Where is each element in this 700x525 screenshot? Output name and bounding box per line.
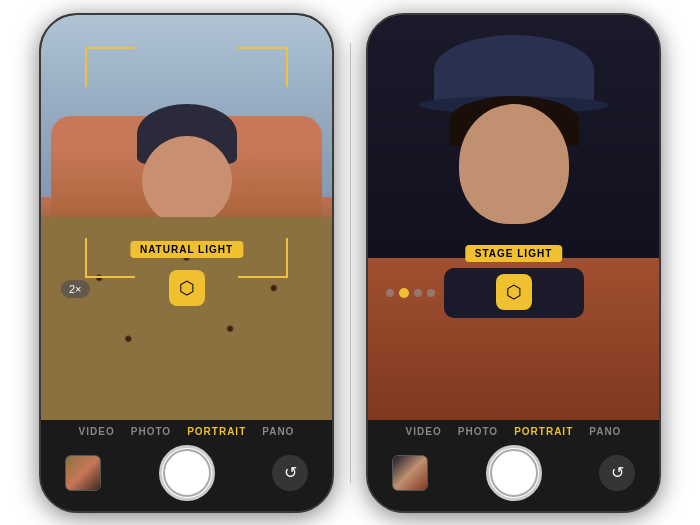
shutter-button-phone1[interactable] <box>159 445 215 501</box>
mode-video-p2[interactable]: VIDEO <box>406 426 442 437</box>
focus-bracket-top-right <box>238 47 288 87</box>
flip-camera-button-phone2[interactable]: ↺ <box>599 455 635 491</box>
stage-light-label[interactable]: STAGE LIGHT <box>465 245 562 262</box>
phone2-viewfinder[interactable]: STAGE LIGHT ⬡ <box>368 15 659 420</box>
zoom-indicator[interactable]: 2× <box>61 280 90 298</box>
phone2-mode-selector: VIDEO PHOTO PORTRAIT PANO <box>368 426 659 437</box>
rotate-icon-p2: ↺ <box>611 463 624 482</box>
phone2-shutter-row: ↺ <box>368 445 659 501</box>
shutter-inner <box>163 449 211 497</box>
mode-photo-p2[interactable]: PHOTO <box>458 426 498 437</box>
phone1-viewfinder[interactable]: NATURAL LIGHT ⬡ 2× <box>41 15 332 420</box>
photo-thumbnail-phone1[interactable] <box>65 455 101 491</box>
focus-bracket-top-left <box>85 47 135 87</box>
mode-pano[interactable]: PANO <box>262 426 294 437</box>
phone2-inner: STAGE LIGHT ⬡ VIDEO PHOTO PO <box>368 15 659 511</box>
flip-camera-button-phone1[interactable]: ↺ <box>272 455 308 491</box>
cube-icon-phone2: ⬡ <box>506 281 522 303</box>
natural-light-label[interactable]: NATURAL LIGHT <box>130 241 243 258</box>
lighting-mode-icon-phone2[interactable]: ⬡ <box>496 274 532 310</box>
phone-divider <box>346 13 354 513</box>
face-phone2 <box>459 104 569 224</box>
mode-video[interactable]: VIDEO <box>79 426 115 437</box>
lighting-dot-4[interactable] <box>427 289 435 297</box>
focus-bracket-bottom-left <box>85 238 135 278</box>
phone1-mode-selector: VIDEO PHOTO PORTRAIT PANO <box>41 426 332 437</box>
lighting-dot-3[interactable] <box>414 289 422 297</box>
phones-container: NATURAL LIGHT ⬡ 2× VIDEO PHOTO PORTRAIT … <box>29 3 671 523</box>
lighting-dot-1[interactable] <box>386 289 394 297</box>
shutter-button-phone2[interactable] <box>486 445 542 501</box>
lighting-mode-icon[interactable]: ⬡ <box>169 270 205 306</box>
divider-line <box>350 43 351 483</box>
face-phone1 <box>142 136 232 226</box>
phone2-camera-controls: VIDEO PHOTO PORTRAIT PANO ↺ <box>368 420 659 511</box>
rotate-icon: ↺ <box>284 463 297 482</box>
phone-natural-light: NATURAL LIGHT ⬡ 2× VIDEO PHOTO PORTRAIT … <box>39 13 334 513</box>
phone1-shutter-row: ↺ <box>41 445 332 501</box>
bucket-hat <box>434 35 594 105</box>
focus-bracket-bottom-right <box>238 238 288 278</box>
mode-portrait[interactable]: PORTRAIT <box>187 426 246 437</box>
photo-thumbnail-phone2[interactable] <box>392 455 428 491</box>
lighting-dot-2[interactable] <box>399 288 409 298</box>
mode-pano-p2[interactable]: PANO <box>589 426 621 437</box>
mode-photo[interactable]: PHOTO <box>131 426 171 437</box>
phone-stage-light: STAGE LIGHT ⬡ VIDEO PHOTO PO <box>366 13 661 513</box>
phone1-camera-controls: VIDEO PHOTO PORTRAIT PANO ↺ <box>41 420 332 511</box>
cube-icon: ⬡ <box>179 277 195 299</box>
lighting-dots-container <box>386 288 435 298</box>
mode-portrait-p2[interactable]: PORTRAIT <box>514 426 573 437</box>
shutter-inner-p2 <box>490 449 538 497</box>
phone1-inner: NATURAL LIGHT ⬡ 2× VIDEO PHOTO PORTRAIT … <box>41 15 332 511</box>
